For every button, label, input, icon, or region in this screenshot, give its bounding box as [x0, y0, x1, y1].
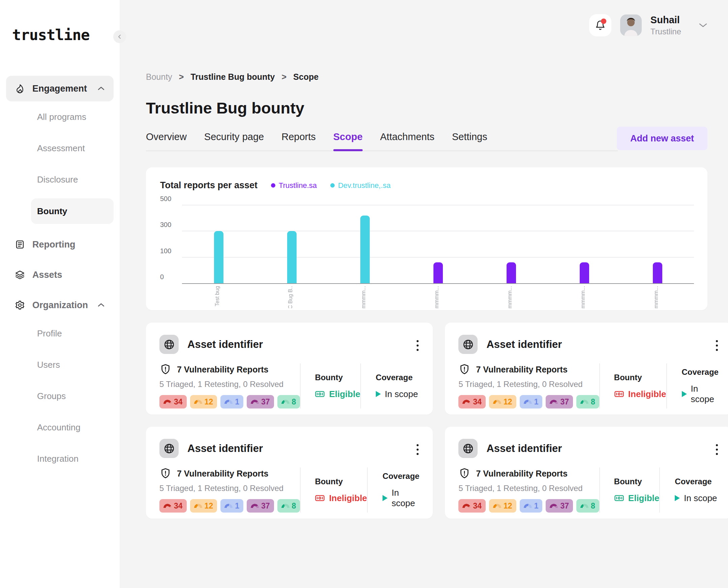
gauge-icon	[224, 504, 232, 508]
legend-dot	[271, 183, 275, 188]
chart-plot: 0100300500Test bugYC Bug B..mmmmmm...mmm…	[182, 205, 694, 284]
kebab-menu-button[interactable]	[414, 441, 421, 458]
reports-column: 7 Vulnerability Reports 5 Triaged, 1 Ret…	[458, 363, 599, 408]
sidebar-item-organization[interactable]: Organization	[6, 292, 114, 318]
sidebar-nav: Engagement All programs Assessment Discl…	[0, 76, 120, 475]
bounty-status: Eligible	[315, 389, 360, 399]
severity-badges: 34121378	[159, 499, 300, 512]
coverage-status-label: In scope	[385, 389, 418, 399]
kebab-menu-button[interactable]	[713, 337, 721, 354]
asset-card-body: 7 Vulnerability Reports 5 Triaged, 1 Ret…	[159, 363, 419, 408]
severity-count: 1	[534, 397, 539, 406]
shield-alert-icon	[458, 467, 470, 480]
severity-badge: 12	[489, 499, 516, 512]
asset-card-header: Asset identifier	[159, 439, 419, 458]
sidebar-item-assets[interactable]: Assets	[6, 262, 114, 288]
sidebar-item-assessment[interactable]: Assessment	[0, 133, 120, 164]
asset-card-header: Asset identifier	[458, 439, 718, 458]
breadcrumb-item-program[interactable]: Trustline Bug bounty	[190, 72, 275, 82]
gauge-icon	[493, 504, 501, 508]
gauge-icon	[462, 504, 470, 508]
sidebar-item-integration[interactable]: Integration	[0, 443, 120, 475]
chart-bar-slot: mmmmmm...	[548, 205, 621, 283]
layers-icon	[15, 270, 25, 280]
sidebar-item-label: Profile	[37, 328, 62, 339]
chart-legend-item[interactable]: Trustline.sa	[271, 181, 317, 190]
coverage-header: Coverage	[675, 477, 719, 486]
severity-badge: 34	[458, 499, 486, 512]
asset-card-body: 7 Vulnerability Reports 5 Triaged, 1 Ret…	[159, 467, 419, 512]
sidebar-item-profile[interactable]: Profile	[0, 318, 120, 349]
gear-icon	[15, 300, 25, 310]
sidebar-item-accounting[interactable]: Accounting	[0, 412, 120, 443]
severity-count: 12	[504, 397, 512, 406]
chart-legend-item[interactable]: Dev.trustline,.sa	[330, 181, 391, 190]
asset-title: Asset identifier	[187, 442, 263, 455]
chevron-up-icon	[97, 303, 105, 308]
chart-bar-slot: mmmmmm...	[328, 205, 401, 283]
tab-scope[interactable]: Scope	[333, 131, 363, 150]
sidebar-item-all-programs[interactable]: All programs	[0, 101, 120, 133]
breadcrumb-item-bounty[interactable]: Bounty	[146, 72, 172, 82]
asset-title: Asset identifier	[187, 338, 263, 351]
gauge-icon	[550, 504, 558, 508]
bounty-column: Bounty Eligible	[300, 363, 360, 408]
chart-bar	[507, 262, 516, 283]
tab-settings[interactable]: Settings	[452, 131, 487, 150]
gauge-icon	[281, 400, 289, 404]
severity-badge: 8	[576, 395, 599, 408]
sidebar-item-groups[interactable]: Groups	[0, 381, 120, 412]
tab-attachments[interactable]: Attachments	[380, 131, 434, 150]
kebab-menu-button[interactable]	[414, 337, 421, 354]
x-axis-tick-label: mmmmmm...	[653, 286, 659, 308]
severity-badge: 37	[247, 395, 274, 408]
main-content: Suhail Trustline Bounty > Trustline Bug …	[120, 0, 728, 588]
severity-badges: 34121378	[159, 395, 300, 408]
report-icon	[15, 239, 25, 250]
gauge-icon	[493, 400, 501, 404]
tab-reports[interactable]: Reports	[281, 131, 316, 150]
coverage-status: In scope	[682, 383, 719, 404]
kebab-menu-button[interactable]	[713, 441, 721, 458]
sidebar-item-users[interactable]: Users	[0, 349, 120, 381]
asset-title: Asset identifier	[486, 338, 562, 351]
gauge-icon	[281, 504, 289, 508]
add-new-asset-button[interactable]: Add new asset	[617, 127, 707, 150]
sidebar-item-bounty[interactable]: Bounty	[31, 198, 114, 224]
asset-card-body: 7 Vulnerability Reports 5 Triaged, 1 Ret…	[458, 363, 718, 408]
chart-bar-slot: YC Bug B..	[255, 205, 328, 283]
tab-overview[interactable]: Overview	[146, 131, 187, 150]
y-axis-tick-label: 100	[160, 247, 171, 255]
sidebar-item-reporting[interactable]: Reporting	[6, 232, 114, 257]
severity-badge: 1	[520, 499, 543, 512]
gauge-icon	[524, 400, 532, 404]
bounty-header: Bounty	[315, 373, 360, 382]
chart-bar-slot: Test bug	[182, 205, 255, 283]
gauge-icon	[251, 400, 259, 404]
avatar[interactable]	[620, 15, 642, 36]
chevron-up-icon	[97, 86, 105, 91]
y-axis-tick-label: 300	[160, 221, 171, 229]
breadcrumb-item-scope: Scope	[293, 72, 319, 82]
chart-bar	[653, 262, 662, 283]
severity-badge: 34	[458, 395, 486, 408]
coverage-column: Coverage In scope	[659, 467, 719, 512]
vulnerability-count: 7 Vulnerability Reports	[177, 469, 268, 479]
severity-count: 34	[473, 501, 482, 510]
asset-card-header: Asset identifier	[159, 335, 419, 354]
chart-bar	[287, 231, 297, 283]
sidebar-collapse-button[interactable]	[113, 30, 126, 43]
tab-security-page[interactable]: Security page	[204, 131, 264, 150]
vulnerability-count: 7 Vulnerability Reports	[177, 365, 268, 375]
gauge-icon	[580, 504, 588, 508]
bounty-status-label: Ineligible	[628, 389, 666, 399]
play-icon	[675, 495, 680, 501]
sidebar-item-disclosure[interactable]: Disclosure	[0, 164, 120, 195]
chevron-down-icon[interactable]	[699, 23, 707, 28]
sidebar-item-engagement[interactable]: Engagement	[6, 76, 114, 101]
user-menu[interactable]: Suhail Trustline	[650, 15, 681, 36]
bounty-status: Eligible	[614, 493, 659, 503]
chart-bar-slot: mmmmmm...	[474, 205, 548, 283]
notifications-button[interactable]	[589, 14, 611, 36]
asset-card-header: Asset identifier	[458, 335, 718, 354]
